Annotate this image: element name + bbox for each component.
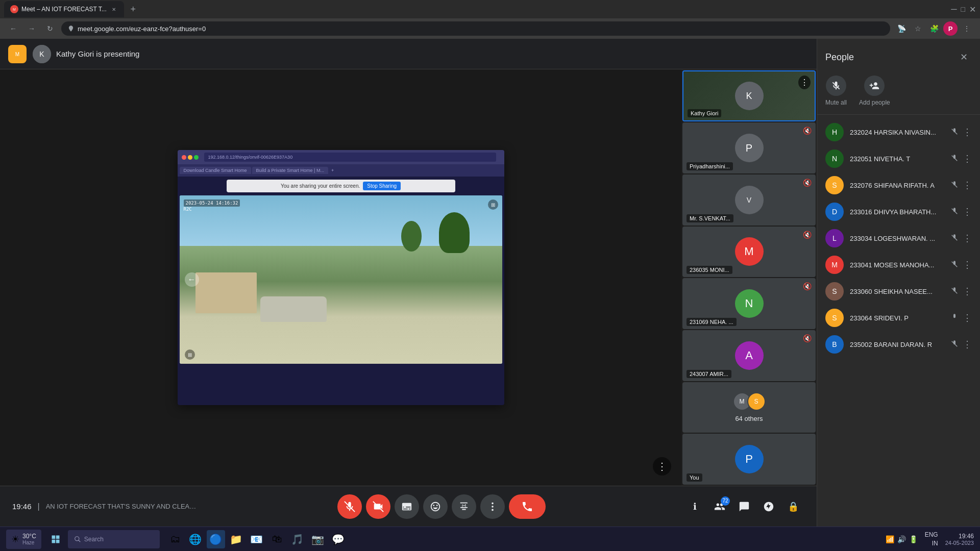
participant-tile-neha[interactable]: N 🔇 231069 NEHA. ... [682, 278, 816, 329]
taskbar-app-finder[interactable]: 🗂 [166, 530, 184, 548]
dhivya-more-icon[interactable]: ⋮ [963, 206, 972, 217]
taskbar-time: 19:46 [945, 533, 974, 540]
datetime-widget[interactable]: 19:46 24-05-2023 [945, 533, 974, 546]
taskbar-app-spotify[interactable]: 🎵 [288, 530, 307, 548]
person-item-dhivya[interactable]: D 233016 DHIVYA BHARATH... ⋮ [817, 198, 980, 225]
participant-tile-venkat[interactable]: V 🔇 Mr. S.VENKAT... [682, 174, 816, 226]
battery-icon[interactable]: 🔋 [909, 535, 918, 543]
add-people-button[interactable]: Add people [859, 76, 890, 106]
bookmark-button[interactable]: ☆ [911, 21, 925, 36]
people-button[interactable]: 72 [708, 495, 731, 518]
venkat-mute-icon: 🔇 [803, 179, 812, 187]
tab-title: Meet – AN IOT FORECAST T... [21, 6, 107, 13]
nivetha-more-icon[interactable]: ⋮ [963, 153, 972, 164]
emoji-button[interactable] [423, 494, 448, 519]
info-button[interactable]: ℹ [684, 495, 706, 518]
screen-share-area: 192.168.0.12/things/onvif-00626E937A30 D… [0, 69, 681, 486]
meet-logo: M [8, 45, 27, 63]
camera-feed: 2023-05-24 14:16:32 R2C ← ⊞ ⊞ [180, 195, 502, 364]
bottom-left-button[interactable]: ⊞ [185, 349, 195, 360]
profile-button[interactable]: P [943, 21, 958, 36]
person-item-harsika[interactable]: H 232024 HARSIKA NIVASIN... ⋮ [817, 119, 980, 145]
more-menu-button[interactable]: ⋮ [960, 21, 974, 36]
logesh-mute-icon [950, 234, 959, 243]
maximize-button[interactable]: □ [961, 5, 965, 13]
taskbar-search[interactable]: Search [68, 530, 160, 548]
refresh-button[interactable]: ↻ [43, 21, 57, 36]
lock-button[interactable]: 🔒 [782, 495, 804, 518]
person-item-barani[interactable]: B 235002 BARANI DARAN. R ⋮ [817, 331, 980, 358]
stop-sharing-banner[interactable]: You are sharing your entire screen. Stop… [227, 180, 455, 192]
back-button[interactable]: ← [6, 21, 20, 36]
tab-close-button[interactable]: ✕ [110, 5, 118, 13]
mute-all-button[interactable]: Mute all [825, 76, 847, 106]
person-avatar-moses: M [825, 256, 844, 274]
camera-button[interactable] [366, 494, 390, 519]
harsika-more-icon[interactable]: ⋮ [963, 127, 972, 138]
chat-button[interactable] [733, 495, 755, 518]
minimize-button[interactable]: ─ [951, 5, 957, 14]
taskbar-app-teams[interactable]: 💬 [329, 530, 348, 548]
participant-tile-priya[interactable]: P 🔇 Priyadharshini... [682, 122, 816, 173]
mute-button[interactable] [337, 494, 362, 519]
taskbar-app-chrome[interactable]: 🌐 [186, 530, 205, 548]
taskbar-app-files[interactable]: 📁 [227, 530, 246, 548]
person-item-nivetha[interactable]: N 232051 NIVETHA. T ⋮ [817, 145, 980, 172]
person-avatar-shifana: S [825, 176, 844, 194]
volume-icon[interactable]: 🔊 [897, 535, 906, 543]
clock-widget[interactable]: ENGIN [921, 531, 942, 548]
address-bar[interactable]: meet.google.com/euz-eanz-fce?authuser=0 [61, 21, 890, 36]
kathy-name-label: Kathy Giori [688, 109, 721, 117]
person-item-logesh[interactable]: L 233034 LOGESHWARAN. ... ⋮ [817, 225, 980, 252]
participant-count-badge: 72 [721, 496, 730, 506]
taskbar-date: 24-05-2023 [945, 540, 974, 546]
participant-tile-moni[interactable]: M 🔇 236035 MONI... [682, 227, 816, 278]
participant-tile-you[interactable]: P You [682, 434, 816, 485]
main-controls [337, 494, 546, 519]
person-item-moses[interactable]: M 233041 MOSES MANOHA... ⋮ [817, 252, 980, 278]
shifana-more-icon[interactable]: ⋮ [963, 180, 972, 191]
close-people-panel-button[interactable]: ✕ [955, 49, 972, 65]
kathy-more-button[interactable]: ⋮ [798, 76, 811, 89]
barani-more-icon[interactable]: ⋮ [963, 339, 972, 350]
participant-tile-others[interactable]: M S 64 others [682, 382, 816, 433]
captions-button[interactable] [395, 494, 419, 519]
taskbar-app-camera[interactable]: 📷 [309, 530, 327, 548]
expand-button[interactable]: ⊞ [488, 199, 498, 210]
activities-button[interactable] [757, 495, 780, 518]
person-item-sridevi[interactable]: S 233064 SRIDEVI. P ⋮ [817, 305, 980, 331]
person-item-sheikha[interactable]: S 233060 SHEIKHA NASEE... ⋮ [817, 278, 980, 305]
sheikha-more-icon[interactable]: ⋮ [963, 286, 972, 297]
end-call-button[interactable] [509, 494, 546, 519]
windows-taskbar: ☀ 30°C Haze Search 🗂 🌐 🔵 📁 📧 🛍 🎵 📷 💬 📶 🔊… [0, 527, 980, 551]
participant-strip: K ⋮ Kathy Giori P 🔇 Priyadharshini... [681, 69, 817, 486]
taskbar-app-edge[interactable]: 🔵 [207, 530, 225, 548]
person-avatar-nivetha: N [825, 149, 844, 168]
active-tab[interactable]: M Meet – AN IOT FORECAST T... ✕ [4, 1, 124, 17]
forward-button[interactable]: → [24, 21, 39, 36]
taskbar-app-store[interactable]: 🛍 [268, 530, 286, 548]
extension-button[interactable]: 🧩 [927, 21, 941, 36]
more-button[interactable] [480, 494, 505, 519]
new-tab-button[interactable]: + [126, 2, 140, 16]
logesh-more-icon[interactable]: ⋮ [963, 233, 972, 244]
moses-more-icon[interactable]: ⋮ [963, 259, 972, 270]
close-window-button[interactable]: ✕ [969, 5, 976, 14]
stop-sharing-button[interactable]: Stop Sharing [363, 182, 401, 190]
more-options-button[interactable]: ⋮ [653, 457, 671, 475]
nav-bar: ← → ↻ meet.google.com/euz-eanz-fce?authu… [0, 18, 980, 39]
person-actions-harsika: ⋮ [950, 127, 972, 138]
participant-tile-amir[interactable]: A 🔇 243007 AMIR... [682, 330, 816, 381]
person-item-shifana[interactable]: S 232076 SHIFANA RIFATH. A ⋮ [817, 172, 980, 198]
prev-button[interactable]: ← [185, 272, 199, 287]
present-button[interactable] [452, 494, 476, 519]
sridevi-more-icon[interactable]: ⋮ [963, 312, 972, 323]
person-name-logesh: 233034 LOGESHWARAN. ... [850, 235, 944, 242]
screen-label: R2C [184, 207, 192, 212]
participant-tile-kathy[interactable]: K ⋮ Kathy Giori [682, 70, 816, 121]
weather-widget[interactable]: ☀ 30°C Haze [6, 530, 41, 549]
taskbar-app-mail[interactable]: 📧 [248, 530, 266, 548]
network-icon[interactable]: 📶 [886, 535, 894, 543]
start-button[interactable] [45, 529, 66, 549]
cast-button[interactable]: 📡 [894, 21, 909, 36]
